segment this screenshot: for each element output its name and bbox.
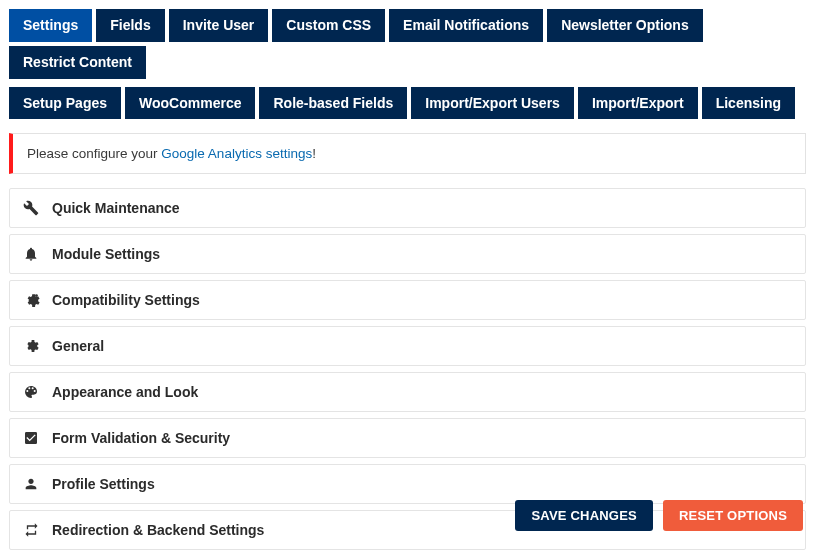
- tab-email-notifications[interactable]: Email Notifications: [389, 9, 543, 42]
- panel-label: Profile Settings: [52, 476, 155, 492]
- tab-woocommerce[interactable]: WooCommerce: [125, 87, 255, 120]
- tab-fields[interactable]: Fields: [96, 9, 164, 42]
- panel-general[interactable]: General: [9, 326, 806, 366]
- user-icon: [22, 475, 40, 493]
- save-button[interactable]: SAVE CHANGES: [515, 500, 652, 531]
- notice-suffix: !: [312, 146, 316, 161]
- panel-module-settings[interactable]: Module Settings: [9, 234, 806, 274]
- panel-label: Quick Maintenance: [52, 200, 180, 216]
- tab-bar: SettingsFieldsInvite UserCustom CSSEmail…: [0, 0, 815, 119]
- check-square-icon: [22, 429, 40, 447]
- tab-setup-pages[interactable]: Setup Pages: [9, 87, 121, 120]
- panel-label: Module Settings: [52, 246, 160, 262]
- reset-button[interactable]: RESET OPTIONS: [663, 500, 803, 531]
- panel-label: General: [52, 338, 104, 354]
- tab-role-based-fields[interactable]: Role-based Fields: [259, 87, 407, 120]
- bell-icon: [22, 245, 40, 263]
- panel-label: Compatibility Settings: [52, 292, 200, 308]
- panel-label: Appearance and Look: [52, 384, 198, 400]
- tools-icon: [22, 199, 40, 217]
- tab-custom-css[interactable]: Custom CSS: [272, 9, 385, 42]
- panel-form-validation[interactable]: Form Validation & Security: [9, 418, 806, 458]
- tab-newsletter-options[interactable]: Newsletter Options: [547, 9, 703, 42]
- tab-import-export[interactable]: Import/Export: [578, 87, 698, 120]
- panel-label: Form Validation & Security: [52, 430, 230, 446]
- panel-compatibility-settings[interactable]: Compatibility Settings: [9, 280, 806, 320]
- notice-link[interactable]: Google Analytics settings: [161, 146, 312, 161]
- footer-buttons: SAVE CHANGES RESET OPTIONS: [515, 500, 803, 531]
- panel-quick-maintenance[interactable]: Quick Maintenance: [9, 188, 806, 228]
- tab-licensing[interactable]: Licensing: [702, 87, 795, 120]
- notice-prefix: Please configure your: [27, 146, 161, 161]
- retweet-icon: [22, 521, 40, 539]
- tab-invite-user[interactable]: Invite User: [169, 9, 269, 42]
- panel-label: Redirection & Backend Settings: [52, 522, 264, 538]
- panel-appearance[interactable]: Appearance and Look: [9, 372, 806, 412]
- config-notice: Please configure your Google Analytics s…: [9, 133, 806, 174]
- cogs-icon: [22, 291, 40, 309]
- tab-restrict-content[interactable]: Restrict Content: [9, 46, 146, 79]
- tab-import-export-users[interactable]: Import/Export Users: [411, 87, 574, 120]
- panel-profile-settings[interactable]: Profile Settings: [9, 464, 806, 504]
- gear-icon: [22, 337, 40, 355]
- tab-settings[interactable]: Settings: [9, 9, 92, 42]
- svg-point-0: [35, 294, 38, 297]
- settings-panels: Quick MaintenanceModule SettingsCompatib…: [0, 188, 815, 551]
- palette-icon: [22, 383, 40, 401]
